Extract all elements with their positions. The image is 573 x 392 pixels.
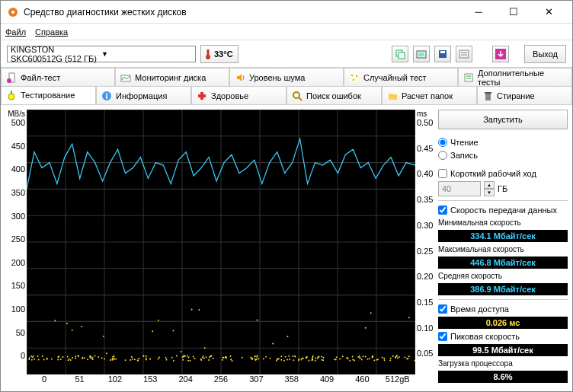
svg-point-84 [335, 359, 337, 360]
svg-point-122 [67, 359, 69, 361]
save-icon[interactable] [434, 46, 451, 62]
size-down[interactable]: ▼ [484, 189, 495, 196]
maximize-button[interactable]: ☐ [496, 1, 531, 24]
svg-point-15 [7, 78, 11, 83]
close-button[interactable]: ✕ [531, 1, 566, 24]
svg-point-166 [82, 357, 84, 359]
write-radio[interactable]: Запись [438, 150, 568, 161]
device-select[interactable]: KINGSTON SKC600512G (512 ГБ) ▼ [7, 46, 196, 62]
svg-point-203 [94, 355, 96, 357]
svg-point-110 [149, 359, 151, 360]
svg-point-239 [384, 359, 386, 361]
tab-random[interactable]: Случайный тест [344, 68, 458, 86]
svg-point-105 [158, 358, 159, 359]
transfer-check[interactable]: Скорость передачи данных [438, 205, 568, 215]
svg-point-154 [130, 359, 131, 361]
svg-point-150 [187, 360, 189, 362]
svg-point-115 [146, 355, 147, 357]
svg-point-261 [222, 359, 223, 361]
device-label: KINGSTON SKC600512G (512 ГБ) [11, 45, 101, 63]
svg-line-31 [299, 97, 302, 100]
svg-point-170 [397, 357, 399, 359]
svg-point-236 [31, 359, 33, 361]
tab-folders[interactable]: Расчет папок [382, 86, 477, 104]
svg-point-269 [251, 359, 253, 360]
svg-point-255 [312, 357, 313, 359]
svg-point-83 [173, 360, 174, 362]
svg-point-113 [346, 357, 347, 359]
svg-point-273 [339, 359, 341, 360]
svg-point-264 [146, 359, 147, 361]
svg-point-129 [78, 355, 79, 356]
tab-errors[interactable]: Поиск ошибок [286, 86, 382, 104]
svg-point-262 [369, 358, 370, 359]
size-up[interactable]: ▲ [484, 181, 495, 189]
svg-point-174 [69, 358, 70, 359]
svg-point-220 [405, 356, 406, 358]
svg-point-103 [322, 359, 324, 361]
svg-point-225 [182, 359, 184, 361]
run-button[interactable]: Запустить [438, 110, 568, 129]
svg-point-75 [92, 357, 94, 359]
svg-point-196 [30, 355, 32, 357]
access-check[interactable]: Время доступа [438, 304, 568, 314]
svg-point-182 [101, 357, 103, 359]
tab-erase[interactable]: Стирание [477, 86, 572, 104]
copy-icon[interactable] [392, 46, 408, 62]
screenshot-icon[interactable] [413, 46, 430, 62]
svg-point-148 [359, 357, 360, 359]
svg-point-65 [165, 357, 167, 359]
tab-testing[interactable]: Тестирование [1, 86, 96, 104]
chevron-down-icon: ▼ [101, 50, 192, 58]
svg-point-240 [280, 359, 282, 361]
tab-health[interactable]: Здоровье [191, 86, 286, 104]
svg-point-158 [256, 356, 258, 358]
tab-file-test[interactable]: Файл-тест [1, 68, 115, 86]
thermometer-icon [204, 48, 212, 60]
svg-point-193 [383, 358, 385, 359]
svg-point-130 [300, 359, 302, 360]
minimize-button[interactable]: ─ [461, 1, 496, 24]
svg-point-233 [152, 330, 153, 332]
menu-file[interactable]: Файл [5, 27, 26, 37]
svg-point-132 [92, 359, 94, 360]
svg-point-187 [265, 356, 267, 358]
exit-button[interactable]: Выход [524, 45, 566, 63]
tab-monitoring[interactable]: Мониторинг диска [115, 68, 229, 86]
svg-point-192 [72, 357, 73, 359]
peak-check[interactable]: Пиковая скорость [438, 331, 568, 342]
svg-point-194 [399, 356, 400, 358]
svg-point-86 [287, 336, 289, 337]
svg-point-57 [363, 355, 364, 357]
svg-point-163 [188, 356, 190, 358]
options-icon[interactable] [456, 46, 472, 62]
svg-point-100 [146, 358, 147, 359]
svg-point-217 [193, 355, 194, 357]
svg-point-252 [91, 358, 92, 359]
svg-point-112 [336, 356, 338, 358]
download-icon[interactable] [492, 46, 509, 62]
tab-info[interactable]: iИнформация [96, 86, 191, 104]
svg-point-202 [62, 356, 64, 358]
svg-point-108 [283, 360, 285, 362]
svg-point-205 [75, 355, 76, 357]
menu-help[interactable]: Справка [35, 27, 68, 37]
svg-point-172 [98, 356, 99, 358]
svg-point-244 [299, 359, 300, 360]
svg-point-251 [37, 355, 39, 357]
svg-point-228 [198, 309, 200, 311]
tab-noise[interactable]: Уровень шума [229, 68, 344, 86]
svg-rect-33 [485, 92, 491, 94]
read-radio[interactable]: Чтение [438, 137, 568, 148]
svg-rect-32 [485, 94, 491, 100]
cpu-value: 8.6% [438, 371, 568, 383]
min-speed-label: Минимальная скорость [438, 218, 568, 228]
short-stroke-check[interactable]: Короткий рабочий ход [438, 168, 568, 179]
svg-rect-25 [11, 91, 12, 94]
svg-point-82 [392, 355, 394, 357]
svg-point-1 [11, 11, 14, 14]
svg-point-215 [315, 357, 316, 359]
svg-point-135 [342, 355, 344, 357]
tab-extra[interactable]: Дополнительные тесты [458, 68, 572, 86]
svg-point-81 [182, 356, 184, 358]
